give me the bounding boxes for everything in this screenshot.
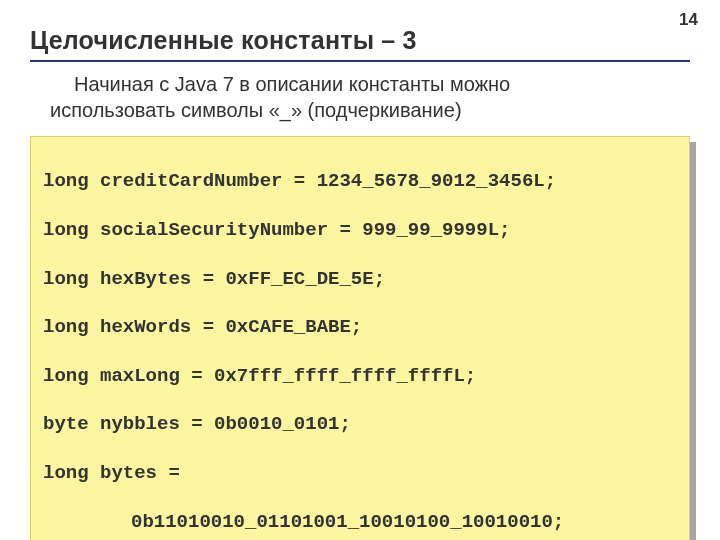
page-number: 14 — [679, 10, 698, 30]
code-block: long creditCardNumber = 1234_5678_9012_3… — [30, 136, 690, 540]
body-line-2: использовать символы «_» (подчеркивание) — [50, 98, 670, 124]
code-line: long bytes = — [43, 461, 677, 485]
code-line: long creditCardNumber = 1234_5678_9012_3… — [43, 169, 677, 193]
slide-title: Целочисленные константы – 3 — [30, 26, 417, 55]
code-block-container: long creditCardNumber = 1234_5678_9012_3… — [30, 136, 690, 540]
slide: 14 Целочисленные константы – 3 Начиная с… — [0, 0, 720, 540]
body-paragraph: Начиная с Java 7 в описании константы мо… — [50, 72, 670, 123]
code-line: byte nybbles = 0b0010_0101; — [43, 412, 677, 436]
code-line: long hexBytes = 0xFF_EC_DE_5E; — [43, 267, 677, 291]
code-line: 0b11010010_01101001_10010100_10010010; — [43, 510, 677, 534]
code-line: long socialSecurityNumber = 999_99_9999L… — [43, 218, 677, 242]
code-line: long hexWords = 0xCAFE_BABE; — [43, 315, 677, 339]
title-underline — [30, 60, 690, 62]
code-line: long maxLong = 0x7fff_ffff_ffff_ffffL; — [43, 364, 677, 388]
body-line-1: Начиная с Java 7 в описании константы мо… — [50, 72, 670, 98]
